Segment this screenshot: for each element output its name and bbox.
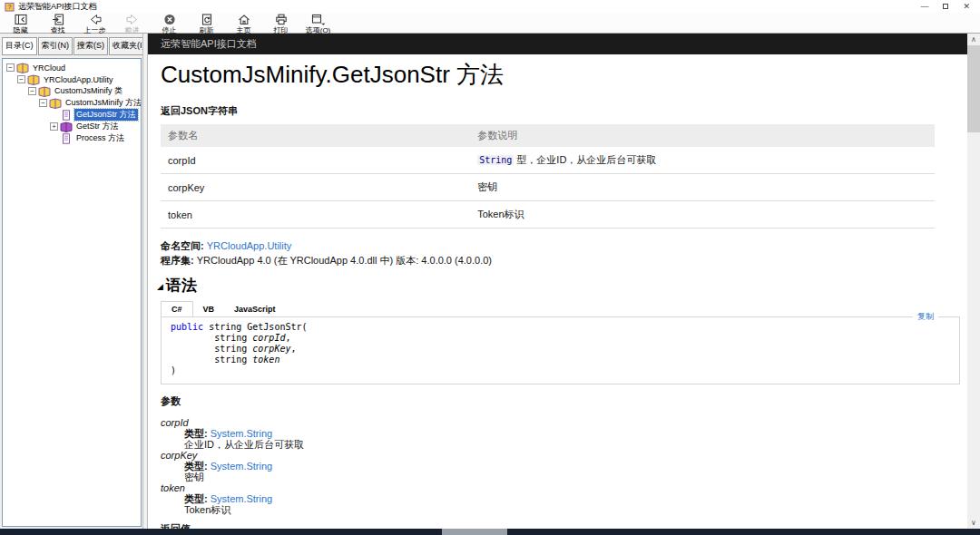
taskbar-strip xyxy=(0,529,980,535)
language-tab-csharp[interactable]: C# xyxy=(161,301,193,316)
param-name-cell: corpKey xyxy=(161,174,470,201)
collapse-icon[interactable]: − xyxy=(28,87,36,95)
syntax-section-header[interactable]: ◢ 语法 xyxy=(157,275,962,296)
language-tabstrip: C#VBJavaScript xyxy=(161,302,962,316)
tree-item[interactable]: Process 方法 xyxy=(5,132,141,144)
tree-item[interactable]: −CustomJsMinify 类 xyxy=(5,85,141,97)
scrollbar-track[interactable] xyxy=(967,132,980,517)
help-viewer-window: ? 远荣智能API接口文档 — ✕ 隐藏查找上一步前进停止刷新主页打印选项(O)… xyxy=(0,0,980,535)
tree-item[interactable]: −YRCloud xyxy=(5,62,141,73)
code-line: string corpKey, xyxy=(171,344,952,355)
nav-tab-toc[interactable]: 目录(C) xyxy=(2,37,37,55)
parameter-type-line: 类型: System.String xyxy=(184,461,962,472)
namespace-line: 命名空间: YRCloudApp.Utility xyxy=(161,240,962,252)
type-label: 类型: xyxy=(184,493,211,504)
language-tab-javascript[interactable]: JavaScript xyxy=(224,302,286,316)
type-link[interactable]: System.String xyxy=(211,461,272,472)
parameter-detail: corpId类型: System.String企业ID，从企业后台可获取 xyxy=(161,417,962,450)
collapse-icon[interactable]: − xyxy=(6,63,15,72)
param-desc-cell: 密钥 xyxy=(470,174,935,201)
home-icon xyxy=(238,14,250,25)
collapse-icon[interactable]: − xyxy=(39,99,47,107)
param-name-cell: corpId xyxy=(161,147,470,174)
close-icon[interactable]: ✕ xyxy=(963,3,970,11)
page-icon xyxy=(60,133,73,144)
table-row: tokenToken标识 xyxy=(161,201,935,229)
toolbar-print-button[interactable]: 打印 xyxy=(262,14,299,35)
type-label: 类型: xyxy=(184,461,211,472)
topic-document: CustomJsMinify.GetJsonStr 方法 返回JSON字符串 参… xyxy=(148,54,967,529)
nav-tab-search[interactable]: 搜索(S) xyxy=(74,37,108,55)
type-link[interactable]: System.String xyxy=(211,493,272,504)
options-icon xyxy=(311,14,326,25)
content-banner: 远荣智能API接口文档 xyxy=(148,34,967,54)
hide-panel-icon xyxy=(15,14,27,25)
forward-arrow-icon xyxy=(126,14,139,25)
code-line: public string GetJsonStr( xyxy=(171,322,952,333)
expand-icon[interactable]: + xyxy=(50,122,58,131)
scrollbar-thumb[interactable] xyxy=(967,45,980,132)
refresh-icon xyxy=(201,14,213,25)
scroll-down-icon[interactable]: ∨ xyxy=(967,517,980,529)
collapse-icon[interactable]: − xyxy=(17,75,25,83)
tree-item-label: Process 方法 xyxy=(74,132,126,144)
tree-item-label: GetStr 方法 xyxy=(74,121,121,132)
toolbar: 隐藏查找上一步前进停止刷新主页打印选项(O) xyxy=(0,13,980,34)
table-header-cell: 参数说明 xyxy=(470,124,935,147)
page-title: CustomJsMinify.GetJsonStr 方法 xyxy=(161,59,962,91)
toolbar-home-button[interactable]: 主页 xyxy=(225,14,262,35)
toolbar-hide-button[interactable]: 隐藏 xyxy=(2,14,39,35)
type-link[interactable]: System.String xyxy=(211,428,272,439)
namespace-link[interactable]: YRCloudApp.Utility xyxy=(207,240,292,251)
toolbar-stop-button[interactable]: 停止 xyxy=(151,14,188,35)
toolbar-locate-button[interactable]: 查找 xyxy=(39,14,76,35)
app-icon: ? xyxy=(5,2,15,12)
table-header-cell: 参数名 xyxy=(161,124,470,147)
table-row: corpKey密钥 xyxy=(161,174,935,201)
restore-icon[interactable] xyxy=(943,3,948,11)
parameters-heading: 参数 xyxy=(161,394,962,408)
main-area: 目录(C)索引(N)搜索(S)收藏夹(I) −YRCloud−YRCloudAp… xyxy=(0,34,980,529)
parameter-name: corpId xyxy=(161,417,962,428)
language-tab-vb[interactable]: VB xyxy=(193,302,225,316)
parameter-type-line: 类型: System.String xyxy=(184,428,962,439)
tree-item[interactable]: +GetStr 方法 xyxy=(5,121,141,132)
tree-item[interactable]: −YRCloudApp.Utility xyxy=(5,73,141,85)
syntax-code-wrap: 复制 public string GetJsonStr( string corp… xyxy=(161,316,960,384)
syntax-code-block: public string GetJsonStr( string corpId,… xyxy=(161,316,960,384)
toolbar-refresh-button[interactable]: 刷新 xyxy=(188,14,225,35)
parameter-table: 参数名参数说明 corpIdString 型，企业ID，从企业后台可获取corp… xyxy=(161,124,935,229)
nav-tab-index[interactable]: 索引(N) xyxy=(38,37,74,55)
syntax-heading: 语法 xyxy=(166,275,197,296)
toolbar-forward-button: 前进 xyxy=(113,14,151,35)
tree-item-label: GetJsonStr 方法 xyxy=(74,109,138,121)
vertical-scrollbar[interactable]: ∧ ∨ xyxy=(967,34,980,529)
parameter-detail: token类型: System.StringToken标识 xyxy=(161,482,962,515)
assembly-label: 程序集: xyxy=(161,255,194,266)
navigation-pane: 目录(C)索引(N)搜索(S)收藏夹(I) −YRCloud−YRCloudAp… xyxy=(0,34,142,529)
window-title: 远荣智能API接口文档 xyxy=(18,1,97,13)
content-pane: 远荣智能API接口文档 CustomJsMinify.GetJsonStr 方法… xyxy=(148,34,980,529)
param-name-cell: token xyxy=(161,201,470,229)
tree-item-label: CustomJsMinify 方法 xyxy=(64,97,142,109)
minimize-icon[interactable]: — xyxy=(920,3,928,11)
stop-icon xyxy=(163,14,176,25)
parameter-detail: corpKey类型: System.String密钥 xyxy=(161,450,962,482)
print-icon xyxy=(275,14,288,25)
summary-text: 返回JSON字符串 xyxy=(161,104,962,118)
type-label: 类型: xyxy=(184,428,211,439)
table-row: corpIdString 型，企业ID，从企业后台可获取 xyxy=(161,147,935,174)
tree-item[interactable]: GetJsonStr 方法 xyxy=(5,109,141,121)
toolbar-options-button[interactable]: 选项(O) xyxy=(299,14,337,35)
namespace-label: 命名空间: xyxy=(161,240,204,251)
navigation-tabs: 目录(C)索引(N)搜索(S)收藏夹(I) xyxy=(2,37,142,55)
window-controls: — ✕ xyxy=(920,3,975,11)
param-desc-cell: String 型，企业ID，从企业后台可获取 xyxy=(470,147,935,174)
tree-item-label: YRCloudApp.Utility xyxy=(42,75,115,84)
parameter-desc: 企业ID，从企业后台可获取 xyxy=(184,439,962,450)
assembly-text: YRCloudApp 4.0 (在 YRCloudApp 4.0.dll 中) … xyxy=(197,255,492,266)
copy-code-link[interactable]: 复制 xyxy=(917,312,934,321)
tree-item[interactable]: −CustomJsMinify 方法 xyxy=(5,97,141,109)
scroll-up-icon[interactable]: ∧ xyxy=(967,34,980,45)
toolbar-back-button[interactable]: 上一步 xyxy=(76,14,113,35)
